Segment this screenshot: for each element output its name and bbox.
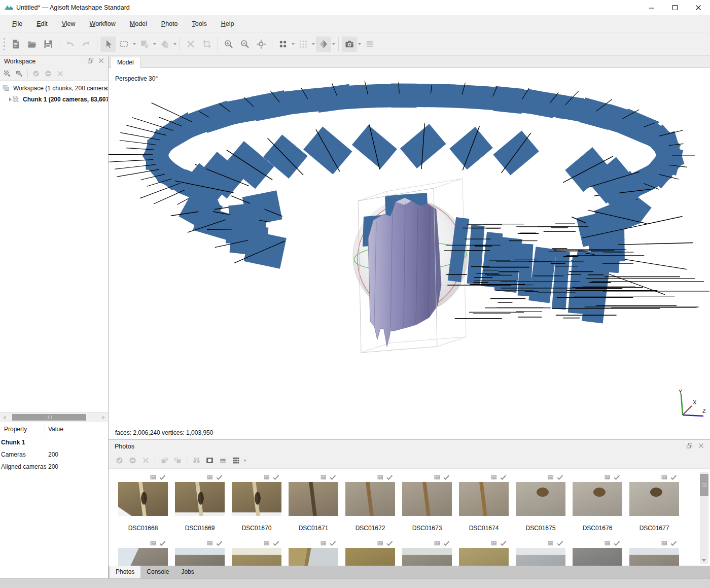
photo-cell[interactable] — [115, 540, 171, 566]
photos-show-masks-button[interactable] — [203, 455, 216, 467]
chevron-down-icon[interactable] — [173, 43, 176, 45]
toolbar-tie-points-button[interactable] — [275, 37, 291, 52]
photo-thumbnail[interactable] — [232, 548, 281, 566]
photo-cell-dsc01672[interactable]: DSC01672 — [342, 474, 399, 533]
toolbar-select-cursor-button[interactable] — [100, 37, 116, 52]
workspace-horizontal-scrollbar[interactable] — [0, 412, 108, 422]
scroll-down-icon[interactable] — [702, 559, 706, 562]
workspace-add-photos-button[interactable] — [13, 67, 25, 80]
photo-thumbnail[interactable] — [516, 482, 565, 516]
photo-thumbnail[interactable] — [573, 548, 622, 566]
photo-thumbnail[interactable] — [516, 548, 565, 566]
menu-workflow[interactable]: Workflow — [83, 18, 123, 30]
photo-thumbnail[interactable] — [118, 548, 168, 566]
photo-thumbnail[interactable] — [175, 548, 225, 566]
photo-thumbnail[interactable] — [402, 548, 452, 566]
photo-thumbnail[interactable] — [345, 482, 395, 516]
toolbar-rotate-region-button[interactable] — [157, 37, 172, 52]
workspace-remove-item-button[interactable] — [54, 67, 66, 80]
photo-thumbnail[interactable] — [175, 482, 225, 516]
photo-thumbnail[interactable] — [289, 548, 338, 566]
photo-cell[interactable] — [455, 540, 512, 566]
photo-cell[interactable] — [285, 540, 342, 566]
toolbar-open-project-button[interactable] — [24, 37, 40, 52]
photo-cell[interactable] — [228, 540, 285, 566]
photo-cell[interactable] — [512, 540, 569, 566]
photos-view-grid-button[interactable] — [230, 455, 242, 467]
photo-cell-dsc01668[interactable]: DSC01668 — [115, 474, 171, 533]
photo-cell-dsc01675[interactable]: DSC01675 — [512, 474, 569, 533]
maximize-button[interactable] — [663, 0, 687, 15]
photo-cell[interactable] — [399, 540, 455, 566]
tab-model[interactable]: Model — [111, 57, 140, 68]
photo-cell[interactable] — [171, 540, 228, 566]
chevron-down-icon[interactable] — [243, 460, 246, 462]
tab-console[interactable]: Console — [140, 566, 175, 578]
photo-thumbnail[interactable] — [402, 482, 452, 516]
menu-tools[interactable]: Tools — [185, 18, 214, 30]
photo-thumbnail[interactable] — [345, 548, 395, 566]
photo-thumbnail[interactable] — [459, 548, 509, 566]
tab-photos[interactable]: Photos — [110, 566, 140, 578]
photos-rotate-left-button[interactable] — [158, 455, 170, 467]
menu-edit[interactable]: Edit — [29, 18, 55, 30]
menu-file[interactable]: File — [5, 18, 29, 30]
toolbar-drag-handle[interactable] — [1, 38, 8, 50]
3d-scene[interactable] — [109, 68, 709, 439]
toolbar-zoom-in-button[interactable] — [221, 37, 236, 52]
minimize-button[interactable] — [640, 0, 663, 15]
photo-thumbnail[interactable] — [232, 482, 281, 516]
menu-view[interactable]: View — [55, 18, 83, 30]
float-pane-icon[interactable] — [686, 442, 693, 451]
photo-cell[interactable] — [626, 540, 683, 566]
photo-cell[interactable] — [342, 540, 399, 566]
toolbar-crop-selection-button[interactable] — [199, 37, 215, 52]
scrollbar-thumb[interactable] — [12, 414, 86, 421]
toolbar-model-mesh-button[interactable] — [316, 37, 331, 52]
tab-jobs[interactable]: Jobs — [175, 566, 200, 578]
photo-cell[interactable] — [569, 540, 626, 566]
toolbar-save-project-button[interactable] — [41, 37, 56, 52]
scroll-right-icon[interactable] — [102, 416, 105, 420]
photo-cell-dsc01676[interactable]: DSC01676 — [569, 474, 626, 533]
chevron-down-icon[interactable] — [292, 43, 295, 45]
model-viewport[interactable]: Perspective 30° faces: 2,006,240 vertice… — [109, 68, 710, 439]
toolbar-delete-selection-button[interactable] — [183, 37, 198, 52]
close-pane-icon[interactable] — [97, 57, 105, 66]
close-pane-icon[interactable] — [697, 442, 705, 451]
photo-thumbnail[interactable] — [573, 482, 622, 516]
photos-disable-item-button[interactable] — [126, 455, 138, 467]
photo-cell-dsc01673[interactable]: DSC01673 — [399, 474, 455, 533]
photo-cell-dsc01670[interactable]: DSC01670 — [228, 474, 285, 533]
toolbar-ortho-view-button[interactable] — [362, 37, 377, 52]
chevron-down-icon[interactable] — [133, 43, 136, 45]
close-button[interactable] — [687, 0, 710, 15]
workspace-enable-item-button[interactable] — [30, 67, 42, 80]
toolbar-redo-button[interactable] — [79, 37, 94, 52]
photos-filter-photos-button[interactable] — [190, 455, 202, 467]
toolbar-undo-button[interactable] — [62, 37, 78, 52]
toolbar-reset-view-button[interactable] — [254, 37, 269, 52]
menu-model[interactable]: Model — [123, 18, 154, 30]
workspace-disable-item-button[interactable] — [42, 67, 54, 80]
scroll-left-icon[interactable] — [3, 416, 6, 420]
float-pane-icon[interactable] — [87, 57, 94, 66]
workspace-add-chunk-button[interactable] — [1, 67, 13, 80]
photo-cell-dsc01677[interactable]: DSC01677 — [626, 474, 683, 533]
photos-enable-item-button[interactable] — [113, 455, 125, 467]
chevron-down-icon[interactable] — [312, 43, 315, 45]
photos-vertical-scrollbar[interactable] — [700, 472, 708, 564]
toolbar-move-region-button[interactable] — [137, 37, 152, 52]
photo-thumbnail[interactable] — [289, 482, 338, 516]
photos-remove-item-button[interactable] — [139, 455, 152, 467]
menu-help[interactable]: Help — [214, 18, 241, 30]
photos-thumb-image-button[interactable] — [217, 455, 229, 467]
photos-rotate-right-button[interactable] — [171, 455, 184, 467]
chevron-down-icon[interactable] — [153, 43, 156, 45]
tree-node-chunk-1[interactable]: Chunk 1 (200 cameras, 83,607 p — [0, 94, 108, 105]
toolbar-rect-selection-button[interactable] — [117, 37, 132, 52]
chevron-down-icon[interactable] — [332, 43, 335, 45]
photo-thumbnail[interactable] — [629, 482, 679, 516]
tree-node-workspace[interactable]: Workspace (1 chunks, 200 cameras) — [0, 83, 108, 94]
photo-cell-dsc01671[interactable]: DSC01671 — [285, 474, 342, 533]
